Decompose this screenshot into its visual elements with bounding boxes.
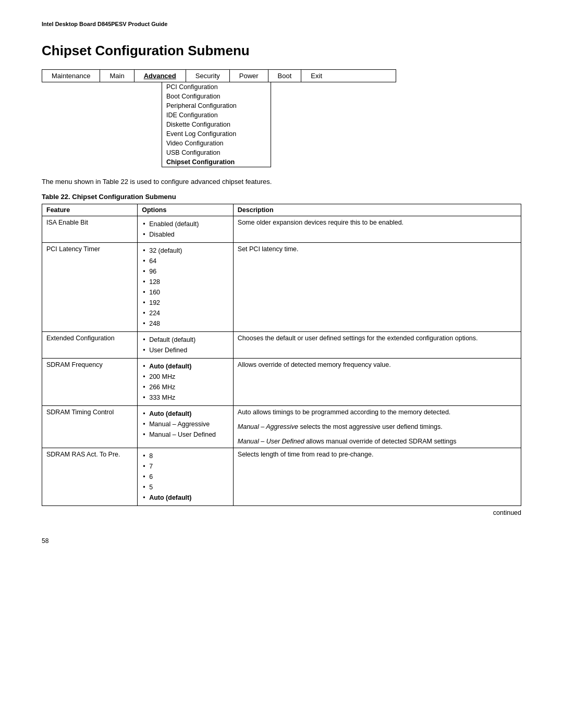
table-row: ISA Enable BitEnabled (default)DisabledS… — [42, 216, 521, 243]
bios-submenu: PCI ConfigurationBoot ConfigurationPerip… — [162, 82, 271, 167]
table-cell-feature: ISA Enable Bit — [42, 216, 138, 243]
option-item: 96 — [142, 266, 229, 277]
table-cell-options: Auto (default)200 MHz266 MHz333 MHz — [138, 359, 234, 406]
body-text: The menu shown in Table 22 is used to co… — [42, 178, 521, 186]
table-col-header: Description — [233, 204, 521, 216]
bios-submenu-item[interactable]: Video Configuration — [162, 139, 271, 148]
page-title: Chipset Configuration Submenu — [42, 43, 521, 59]
bios-menu-item-boot[interactable]: Boot — [268, 70, 302, 82]
bios-submenu-item[interactable]: USB Configuration — [162, 148, 271, 157]
table-cell-description: Allows override of detected memory frequ… — [233, 359, 521, 406]
option-item: User Defined — [142, 345, 229, 355]
option-item: 224 — [142, 308, 229, 318]
table-cell-description: Chooses the default or user defined sett… — [233, 332, 521, 359]
table-cell-feature: Extended Configuration — [42, 332, 138, 359]
table-row: PCI Latency Timer32 (default)64961281601… — [42, 243, 521, 332]
option-item: Disabled — [142, 229, 229, 240]
option-item: Manual – User Defined — [142, 429, 229, 440]
table-cell-options: Default (default)User Defined — [138, 332, 234, 359]
table-cell-description: Selects length of time from read to pre-… — [233, 448, 521, 506]
option-item: Default (default) — [142, 335, 229, 345]
bios-submenu-item[interactable]: Peripheral Configuration — [162, 101, 271, 110]
bios-menu-item-exit[interactable]: Exit — [301, 70, 332, 82]
table-cell-feature: SDRAM Frequency — [42, 359, 138, 406]
table-cell-feature: PCI Latency Timer — [42, 243, 138, 332]
bios-menu-item-main[interactable]: Main — [100, 70, 134, 82]
table-cell-options: Auto (default)Manual – AggressiveManual … — [138, 406, 234, 448]
option-item: 8 — [142, 451, 229, 461]
option-item: 160 — [142, 287, 229, 298]
option-item: 128 — [142, 277, 229, 287]
table-col-header: Options — [138, 204, 234, 216]
table-cell-description: Set PCI latency time. — [233, 243, 521, 332]
option-item: 333 MHz — [142, 392, 229, 403]
bios-submenu-item[interactable]: Boot Configuration — [162, 92, 271, 101]
option-item: 32 (default) — [142, 245, 229, 256]
option-item: Enabled (default) — [142, 219, 229, 229]
bios-menu-item-advanced[interactable]: Advanced — [134, 70, 186, 82]
continued-label: continued — [42, 509, 521, 516]
option-item: Auto (default) — [142, 409, 229, 419]
table-row: SDRAM FrequencyAuto (default)200 MHz266 … — [42, 359, 521, 406]
table-cell-options: 32 (default)6496128160192224248 — [138, 243, 234, 332]
table-body: ISA Enable BitEnabled (default)DisabledS… — [42, 216, 521, 506]
table-row: SDRAM Timing ControlAuto (default)Manual… — [42, 406, 521, 448]
page-number: 58 — [42, 537, 521, 545]
table-col-header: Feature — [42, 204, 138, 216]
table-cell-feature: SDRAM RAS Act. To Pre. — [42, 448, 138, 506]
option-item: 6 — [142, 472, 229, 482]
table-header: FeatureOptionsDescription — [42, 204, 521, 216]
table-cell-feature: SDRAM Timing Control — [42, 406, 138, 448]
option-item: Manual – Aggressive — [142, 419, 229, 429]
option-item: 7 — [142, 461, 229, 472]
bios-submenu-item[interactable]: Chipset Configuration — [162, 157, 271, 167]
bios-submenu-item[interactable]: Event Log Configuration — [162, 129, 271, 139]
table-cell-description: Some older expansion devices require thi… — [233, 216, 521, 243]
bios-menu-bar: MaintenanceMainAdvancedSecurityPowerBoot… — [42, 69, 396, 82]
table-cell-options: 8765Auto (default) — [138, 448, 234, 506]
table-cell-options: Enabled (default)Disabled — [138, 216, 234, 243]
chipset-config-table: FeatureOptionsDescription ISA Enable Bit… — [42, 204, 521, 506]
bios-submenu-item[interactable]: IDE Configuration — [162, 110, 271, 120]
option-item: Auto (default) — [142, 492, 229, 503]
bios-dropdown-area: PCI ConfigurationBoot ConfigurationPerip… — [42, 82, 396, 167]
bios-menu-item-security[interactable]: Security — [186, 70, 230, 82]
option-item: 266 MHz — [142, 382, 229, 392]
option-item: Auto (default) — [142, 361, 229, 372]
table-row: SDRAM RAS Act. To Pre.8765Auto (default)… — [42, 448, 521, 506]
option-item: 64 — [142, 256, 229, 266]
doc-header: Intel Desktop Board D845PESV Product Gui… — [42, 21, 521, 27]
bios-submenu-item[interactable]: Diskette Configuration — [162, 120, 271, 129]
bios-submenu-item[interactable]: PCI Configuration — [162, 82, 271, 92]
table-row: Extended ConfigurationDefault (default)U… — [42, 332, 521, 359]
bios-menu-wrapper: MaintenanceMainAdvancedSecurityPowerBoot… — [42, 69, 521, 167]
table-cell-description: Auto allows timings to be programmed acc… — [233, 406, 521, 448]
bios-menu-item-power[interactable]: Power — [230, 70, 268, 82]
table-title: Table 22. Chipset Configuration Submenu — [42, 193, 521, 201]
option-item: 192 — [142, 298, 229, 308]
option-item: 200 MHz — [142, 372, 229, 382]
bios-menu-item-maintenance[interactable]: Maintenance — [42, 70, 100, 82]
option-item: 5 — [142, 482, 229, 492]
option-item: 248 — [142, 318, 229, 329]
